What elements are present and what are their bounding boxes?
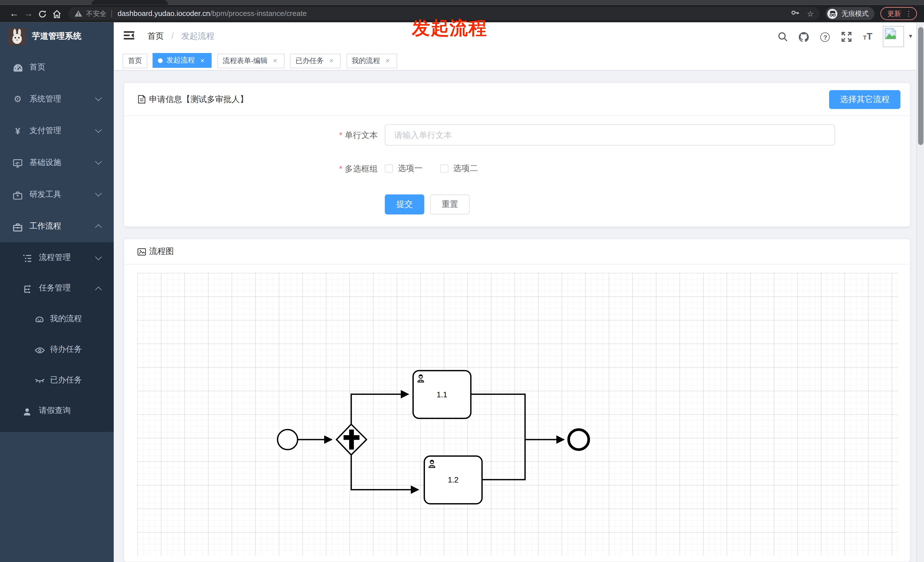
sidebar-collapse-button[interactable] (124, 30, 134, 42)
sidebar-item-process-mgmt[interactable]: 流程管理 (0, 242, 114, 273)
choose-other-process-button[interactable]: 选择其它流程 (829, 90, 900, 109)
sidebar-item-todo-tasks[interactable]: 待办任务 (0, 334, 114, 365)
incognito-icon (827, 9, 837, 18)
picture-icon (137, 247, 146, 256)
tag-form-edit[interactable]: 流程表单-编辑× (218, 53, 285, 68)
browser-tab-strip (0, 0, 924, 5)
submit-button[interactable]: 提交 (385, 194, 424, 214)
main-area: 首页 / 发起流程 ? TT ▾ (114, 22, 924, 562)
bookmark-star-icon[interactable]: ☆ (807, 9, 814, 18)
page-scrollbar[interactable] (916, 22, 924, 562)
browser-update-button[interactable]: 更新 ⋮ (880, 7, 917, 20)
breadcrumb-current: 发起流程 (181, 31, 214, 40)
eye-closed-icon (34, 375, 45, 385)
active-browser-tab[interactable] (91, 0, 168, 5)
sidebar-item-system[interactable]: ⚙ 系统管理 (0, 83, 114, 115)
sidebar-item-task-mgmt[interactable]: 任务管理 (0, 273, 114, 304)
sidebar: 芋道管理系统 首页 ⚙ 系统管理 ¥ 支付管理 (0, 22, 114, 562)
checkbox-group: 选项一 选项二 (385, 160, 496, 177)
reload-icon (38, 10, 46, 18)
flow-diagram-card: 流程图 (124, 238, 910, 562)
home-button[interactable] (50, 5, 64, 22)
breadcrumb-home[interactable]: 首页 (147, 31, 164, 40)
reload-button[interactable] (35, 5, 50, 22)
sidebar-item-label: 基础设施 (29, 157, 61, 168)
single-line-text-input[interactable] (385, 124, 835, 145)
sidebar-item-home[interactable]: 首页 (0, 51, 114, 83)
eye-open-icon (34, 345, 45, 355)
task2-label: 1.2 (448, 476, 458, 484)
checkbox-icon[interactable] (440, 165, 448, 173)
flow-diagram-card-header: 流程图 (124, 239, 910, 264)
workflow-submenu: 流程管理 任务管理 我的流程 待办任务 (0, 242, 114, 432)
checkbox-group-label: *多选框组 (260, 160, 378, 177)
close-icon[interactable]: × (271, 57, 279, 65)
sidebar-item-done-tasks[interactable]: 已办任务 (0, 365, 114, 396)
text-field-label: *单行文本 (260, 124, 378, 145)
toolbox-icon (12, 189, 23, 199)
sidebar-item-label: 系统管理 (29, 94, 61, 104)
sidebar-item-leave-query[interactable]: 请假查询 (0, 395, 114, 426)
active-dot (158, 58, 163, 63)
flow-list-icon (22, 252, 33, 262)
chevron-down-icon (95, 158, 102, 165)
font-size-icon[interactable]: TT (862, 31, 873, 42)
url-path: /bpm/process-instance/create (210, 9, 307, 18)
close-icon[interactable]: × (198, 56, 207, 64)
flow-gateway-to-task1 (351, 394, 408, 424)
help-icon[interactable]: ? (819, 31, 831, 42)
close-icon[interactable]: × (384, 57, 392, 65)
sidebar-item-infra[interactable]: 基础设施 (0, 147, 114, 179)
security-label[interactable]: 不安全 (86, 9, 106, 18)
scrollbar-thumb[interactable] (918, 27, 923, 145)
back-button[interactable]: ← (7, 5, 21, 22)
sidebar-item-devtools[interactable]: 研发工具 (0, 178, 114, 210)
chevron-down-icon (95, 126, 102, 133)
sidebar-item-label: 请假查询 (39, 406, 70, 416)
app-logo[interactable]: 芋道管理系统 (0, 22, 114, 50)
sidebar-item-label: 工作流程 (29, 221, 61, 231)
tag-my-process[interactable]: 我的流程× (346, 53, 397, 68)
chevron-down-icon (95, 254, 102, 260)
document-icon (137, 95, 146, 104)
sidebar-item-label: 支付管理 (29, 125, 61, 136)
breadcrumb-separator: / (171, 31, 174, 40)
yen-icon: ¥ (12, 126, 23, 136)
sidebar-item-my-process[interactable]: 我的流程 (0, 304, 114, 334)
flow-diagram-title: 流程图 (137, 246, 174, 257)
incognito-label: 无痕模式 (842, 9, 869, 18)
close-icon[interactable]: × (327, 57, 336, 65)
robot-icon (34, 314, 45, 324)
tree-icon (22, 283, 33, 293)
forward-button[interactable]: → (21, 5, 35, 22)
apply-info-card: 申请信息【测试多审批人】 选择其它流程 *单行文本 *多选框组 选项一 选项二 (124, 82, 910, 227)
sidebar-item-payment[interactable]: ¥ 支付管理 (0, 115, 114, 147)
github-icon[interactable] (798, 31, 810, 42)
search-icon[interactable] (777, 31, 789, 42)
bpmn-start-event (278, 430, 297, 450)
password-key-icon[interactable] (791, 8, 800, 19)
bpmn-canvas: 1.1 1.2 (137, 273, 898, 556)
browser-menu-icon[interactable]: ⋮ (905, 9, 912, 18)
checkbox-option-1[interactable]: 选项一 (385, 163, 422, 174)
tag-done-tasks[interactable]: 已办任务× (290, 53, 341, 68)
checkbox-option-2[interactable]: 选项二 (440, 163, 478, 174)
page-content: 申请信息【测试多审批人】 选择其它流程 *单行文本 *多选框组 选项一 选项二 (114, 71, 924, 562)
reset-button[interactable]: 重置 (430, 194, 470, 214)
annotation-text: 发起流程 (412, 16, 488, 41)
tag-home[interactable]: 首页 (123, 53, 147, 68)
browser-window: ← → 不安全 dashboard.yudao.iocoder.cn /bpm/… (0, 0, 924, 562)
url-separator (111, 10, 112, 17)
sidebar-item-workflow[interactable]: 工作流程 (0, 210, 114, 242)
sidebar-item-label: 我的流程 (50, 313, 82, 324)
broken-image-icon (885, 27, 896, 39)
logo-avatar (8, 27, 26, 45)
checkbox-icon[interactable] (385, 165, 393, 173)
tag-start-process[interactable]: 发起流程× (153, 53, 212, 68)
user-avatar[interactable] (883, 25, 904, 47)
gear-icon: ⚙ (12, 94, 23, 104)
fullscreen-icon[interactable] (840, 31, 852, 42)
sidebar-item-label: 待办任务 (50, 344, 82, 355)
avatar-caret-icon[interactable]: ▾ (909, 33, 912, 40)
briefcase-icon (12, 221, 23, 231)
